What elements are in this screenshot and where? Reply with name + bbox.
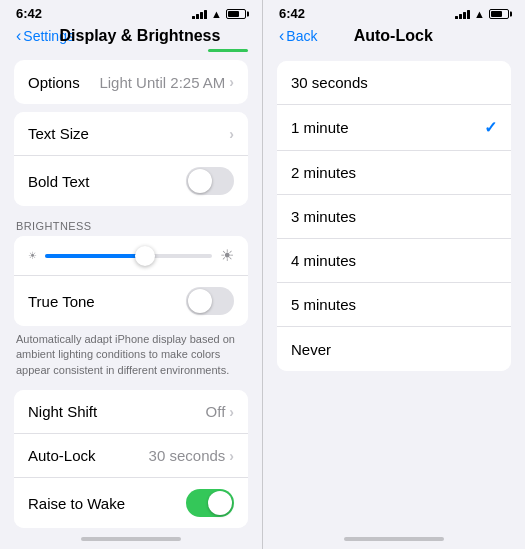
battery-icon bbox=[226, 9, 246, 19]
raise-to-wake-knob bbox=[208, 491, 232, 515]
autolock-item-6[interactable]: Never bbox=[277, 327, 511, 371]
page-title-left: Display & Brightness bbox=[34, 27, 246, 45]
page-title-right: Auto-Lock bbox=[277, 27, 509, 45]
checkmark-icon: ✓ bbox=[484, 118, 497, 137]
status-icons-left: ▲ bbox=[192, 8, 246, 20]
true-tone-label: True Tone bbox=[28, 293, 186, 310]
signal-icon-right bbox=[455, 9, 470, 19]
autolock-label-4: 4 minutes bbox=[291, 252, 497, 269]
autolock-content: 30 seconds 1 minute ✓ 2 minutes 3 minute… bbox=[263, 53, 525, 529]
status-bar-left: 6:42 ▲ bbox=[0, 0, 262, 23]
text-size-label: Text Size bbox=[28, 125, 229, 142]
autolock-item-2[interactable]: 2 minutes bbox=[277, 151, 511, 195]
auto-lock-item[interactable]: Auto-Lock 30 seconds › bbox=[14, 434, 248, 478]
bold-text-item: Bold Text bbox=[14, 156, 248, 206]
autolock-item-1[interactable]: 1 minute ✓ bbox=[277, 105, 511, 151]
signal-icon bbox=[192, 9, 207, 19]
battery-icon-right bbox=[489, 9, 509, 19]
autolock-item-4[interactable]: 4 minutes bbox=[277, 239, 511, 283]
autolock-label-5: 5 minutes bbox=[291, 296, 497, 313]
brightness-fill bbox=[45, 254, 145, 258]
true-tone-knob bbox=[188, 289, 212, 313]
lock-group: Night Shift Off › Auto-Lock 30 seconds ›… bbox=[14, 390, 248, 528]
nav-header-right: ‹ Back Auto-Lock bbox=[263, 23, 525, 53]
text-size-chevron: › bbox=[229, 126, 234, 142]
true-tone-footer: Automatically adapt iPhone display based… bbox=[0, 326, 262, 390]
autolock-label-3: 3 minutes bbox=[291, 208, 497, 225]
options-label: Options bbox=[28, 74, 99, 91]
brightness-thumb bbox=[135, 246, 155, 266]
options-chevron: › bbox=[229, 74, 234, 90]
text-size-item[interactable]: Text Size › bbox=[14, 112, 248, 156]
autolock-item-3[interactable]: 3 minutes bbox=[277, 195, 511, 239]
options-group: Options Light Until 2:25 AM › bbox=[14, 60, 248, 104]
night-shift-item[interactable]: Night Shift Off › bbox=[14, 390, 248, 434]
brightness-group: ☀ ☀ True Tone bbox=[14, 236, 248, 326]
content-left: Options Light Until 2:25 AM › Text Size … bbox=[0, 52, 262, 529]
autolock-label-6: Never bbox=[291, 341, 497, 358]
autolock-label-0: 30 seconds bbox=[291, 74, 497, 91]
home-bar-right bbox=[344, 537, 444, 541]
raise-to-wake-toggle[interactable] bbox=[186, 489, 234, 517]
bold-text-toggle[interactable] bbox=[186, 167, 234, 195]
left-screen: 6:42 ▲ ‹ Settings Display & Brightness bbox=[0, 0, 262, 549]
brightness-slider[interactable] bbox=[45, 254, 212, 258]
autolock-label-1: 1 minute bbox=[291, 119, 484, 136]
bold-text-label: Bold Text bbox=[28, 173, 186, 190]
status-time-left: 6:42 bbox=[16, 6, 42, 21]
right-screen: 6:42 ▲ ‹ Back Auto-Lock 30 seconds bbox=[263, 0, 525, 549]
status-icons-right: ▲ bbox=[455, 8, 509, 20]
night-shift-label: Night Shift bbox=[28, 403, 206, 420]
home-indicator-right bbox=[263, 529, 525, 549]
raise-to-wake-label: Raise to Wake bbox=[28, 495, 186, 512]
auto-lock-value: 30 seconds bbox=[149, 447, 226, 464]
auto-lock-label: Auto-Lock bbox=[28, 447, 149, 464]
options-item[interactable]: Options Light Until 2:25 AM › bbox=[14, 60, 248, 104]
status-bar-right: 6:42 ▲ bbox=[263, 0, 525, 23]
brightness-min-icon: ☀ bbox=[28, 250, 37, 261]
brightness-row: ☀ ☀ bbox=[14, 236, 248, 276]
status-time-right: 6:42 bbox=[279, 6, 305, 21]
brightness-max-icon: ☀ bbox=[220, 246, 234, 265]
autolock-item-5[interactable]: 5 minutes bbox=[277, 283, 511, 327]
home-bar-left bbox=[81, 537, 181, 541]
wifi-icon: ▲ bbox=[211, 8, 222, 20]
home-indicator-left bbox=[0, 529, 262, 549]
autolock-item-0[interactable]: 30 seconds bbox=[277, 61, 511, 105]
brightness-label: BRIGHTNESS bbox=[0, 206, 262, 236]
true-tone-item: True Tone bbox=[14, 276, 248, 326]
true-tone-toggle[interactable] bbox=[186, 287, 234, 315]
toggle-knob bbox=[188, 169, 212, 193]
wifi-icon-right: ▲ bbox=[474, 8, 485, 20]
night-shift-chevron: › bbox=[229, 404, 234, 420]
autolock-list: 30 seconds 1 minute ✓ 2 minutes 3 minute… bbox=[277, 61, 511, 371]
raise-to-wake-item: Raise to Wake bbox=[14, 478, 248, 528]
options-value: Light Until 2:25 AM bbox=[99, 74, 225, 91]
back-chevron-icon: ‹ bbox=[16, 27, 21, 45]
auto-lock-chevron: › bbox=[229, 448, 234, 464]
text-group: Text Size › Bold Text bbox=[14, 112, 248, 206]
night-shift-value: Off bbox=[206, 403, 226, 420]
autolock-label-2: 2 minutes bbox=[291, 164, 497, 181]
